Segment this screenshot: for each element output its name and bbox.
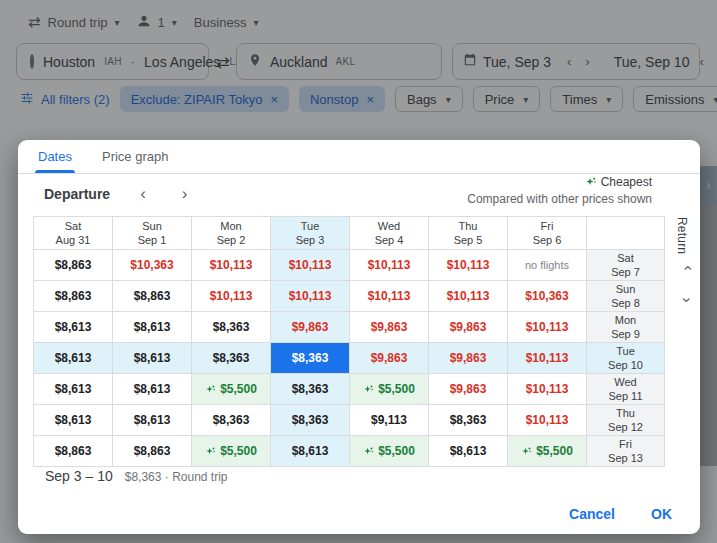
price-cell[interactable]: $8,613 xyxy=(34,312,113,343)
price-cell[interactable]: $9,863 xyxy=(350,312,429,343)
price-cell[interactable]: $8,863 xyxy=(34,250,113,281)
header-spacer-cell xyxy=(587,217,665,250)
tab-label: Price graph xyxy=(102,149,168,164)
price-cell[interactable]: $8,363 xyxy=(271,343,350,374)
cheapest-sparkle-icon xyxy=(363,384,374,395)
cheapest-sparkle-icon xyxy=(521,446,532,457)
selected-price-summary: $8,363 · Round trip xyxy=(125,470,228,484)
departure-day-header: FriSep 6 xyxy=(508,217,587,250)
price-cell[interactable]: $10,113 xyxy=(192,250,271,281)
price-cell[interactable]: $8,863 xyxy=(34,281,113,312)
summary-trip-type: Round trip xyxy=(172,470,227,484)
price-cell[interactable]: $8,363 xyxy=(271,374,350,405)
price-cell[interactable]: $10,363 xyxy=(508,281,587,312)
summary-separator: · xyxy=(165,470,169,484)
price-cell[interactable]: $8,363 xyxy=(192,312,271,343)
price-cell[interactable]: $10,113 xyxy=(429,250,508,281)
cheapest-label: Cheapest xyxy=(601,175,652,189)
price-cell[interactable]: $9,863 xyxy=(271,312,350,343)
selected-date-range: Sep 3 – 10 xyxy=(45,468,113,484)
price-cell[interactable]: $8,613 xyxy=(113,312,192,343)
price-cell[interactable]: $8,863 xyxy=(113,281,192,312)
price-cell[interactable]: $8,613 xyxy=(34,343,113,374)
dialog-tabs: Dates Price graph xyxy=(18,140,700,174)
price-cell[interactable]: $5,500 xyxy=(350,374,429,405)
price-cell[interactable]: $8,363 xyxy=(429,405,508,436)
price-cell[interactable]: $10,113 xyxy=(271,281,350,312)
scroll-up-button[interactable]: › xyxy=(676,263,696,272)
price-cell[interactable]: $10,113 xyxy=(508,312,587,343)
price-cell[interactable]: $8,613 xyxy=(113,343,192,374)
price-cell[interactable]: $5,500 xyxy=(508,436,587,467)
next-week-button[interactable]: › xyxy=(176,183,194,204)
price-cell[interactable]: $8,863 xyxy=(113,436,192,467)
price-cell[interactable]: $10,113 xyxy=(192,281,271,312)
price-cell[interactable]: $10,113 xyxy=(350,281,429,312)
tab-label: Dates xyxy=(38,149,72,164)
price-cell[interactable]: $5,500 xyxy=(192,374,271,405)
price-cell[interactable]: $8,363 xyxy=(192,343,271,374)
cheapest-sparkle-icon xyxy=(205,384,216,395)
price-cell[interactable]: $5,500 xyxy=(350,436,429,467)
price-cell[interactable]: $10,113 xyxy=(508,374,587,405)
price-cell[interactable]: $8,613 xyxy=(271,436,350,467)
return-day-label: ThuSep 12 xyxy=(587,405,665,436)
date-picker-dialog: Dates Price graph Departure ‹ › Cheapest… xyxy=(18,140,700,534)
departure-day-header: SatAug 31 xyxy=(34,217,113,250)
price-cell[interactable]: $8,613 xyxy=(113,405,192,436)
price-calendar-grid: SatAug 31SunSep 1MonSep 2TueSep 3WedSep … xyxy=(33,216,665,467)
departure-nav-row: Departure ‹ › xyxy=(44,183,193,204)
selection-summary: Sep 3 – 10 $8,363 · Round trip xyxy=(45,468,228,484)
price-cell[interactable]: $10,113 xyxy=(508,405,587,436)
departure-day-header: ThuSep 5 xyxy=(429,217,508,250)
compare-note: Compared with other prices shown xyxy=(467,192,652,206)
price-cell[interactable]: $10,113 xyxy=(271,250,350,281)
return-day-label: SunSep 8 xyxy=(587,281,665,312)
return-day-label: FriSep 13 xyxy=(587,436,665,467)
price-insight: Cheapest Compared with other prices show… xyxy=(467,175,652,206)
return-day-label: WedSep 11 xyxy=(587,374,665,405)
return-day-label: SatSep 7 xyxy=(587,250,665,281)
return-day-label: MonSep 9 xyxy=(587,312,665,343)
price-cell[interactable]: $8,363 xyxy=(271,405,350,436)
ok-button[interactable]: OK xyxy=(651,506,672,522)
return-axis-label: Return xyxy=(675,217,689,254)
departure-label: Departure xyxy=(44,186,110,202)
dialog-actions: Cancel OK xyxy=(569,506,672,522)
price-cell[interactable]: no flights xyxy=(508,250,587,281)
price-cell[interactable]: $5,500 xyxy=(192,436,271,467)
selected-price: $8,363 xyxy=(125,470,162,484)
price-cell[interactable]: $9,863 xyxy=(429,374,508,405)
departure-day-header: WedSep 4 xyxy=(350,217,429,250)
tab-price-graph[interactable]: Price graph xyxy=(102,140,168,173)
google-flights-page: ⇄ Round trip ▾ 1 ▾ Business ▾ Houston IA… xyxy=(0,0,717,543)
cheapest-sparkle-icon xyxy=(363,446,374,457)
departure-day-header: TueSep 3 xyxy=(271,217,350,250)
return-day-label: TueSep 10 xyxy=(587,343,665,374)
departure-day-header: MonSep 2 xyxy=(192,217,271,250)
cheapest-sparkle-icon xyxy=(205,446,216,457)
price-cell[interactable]: $10,363 xyxy=(113,250,192,281)
cancel-button[interactable]: Cancel xyxy=(569,506,615,522)
previous-week-button[interactable]: ‹ xyxy=(134,183,152,204)
price-cell[interactable]: $8,863 xyxy=(34,436,113,467)
cheapest-sparkle-icon xyxy=(585,176,597,188)
tab-dates[interactable]: Dates xyxy=(38,140,72,173)
price-cell[interactable]: $8,363 xyxy=(192,405,271,436)
price-cell[interactable]: $10,113 xyxy=(350,250,429,281)
price-cell[interactable]: $9,863 xyxy=(350,343,429,374)
price-cell[interactable]: $8,613 xyxy=(429,436,508,467)
price-cell[interactable]: $8,613 xyxy=(113,374,192,405)
price-cell[interactable]: $9,113 xyxy=(350,405,429,436)
price-cell[interactable]: $10,113 xyxy=(429,281,508,312)
scroll-down-button[interactable]: › xyxy=(676,295,696,304)
price-cell[interactable]: $9,863 xyxy=(429,312,508,343)
departure-day-header: SunSep 1 xyxy=(113,217,192,250)
price-cell[interactable]: $9,863 xyxy=(429,343,508,374)
price-cell[interactable]: $10,113 xyxy=(508,343,587,374)
price-cell[interactable]: $8,613 xyxy=(34,374,113,405)
price-cell[interactable]: $8,613 xyxy=(34,405,113,436)
